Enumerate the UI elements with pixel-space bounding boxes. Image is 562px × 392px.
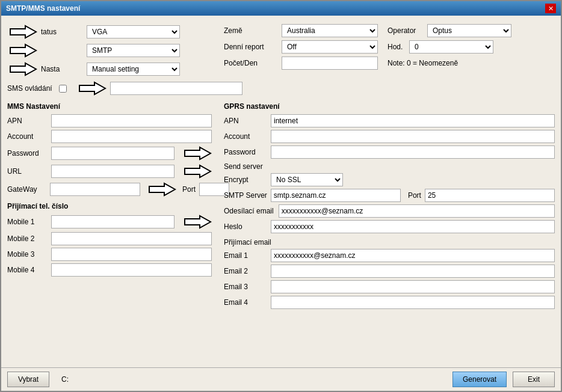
gprs-apn-row: APN: [224, 114, 555, 127]
mobile3-input[interactable]: [51, 248, 212, 261]
status-select[interactable]: VGA SVGA XGA: [87, 25, 180, 38]
sms-row: SMS ovládání: [7, 81, 555, 96]
gprs-apn-input[interactable]: [271, 114, 555, 127]
mobile1-input[interactable]: [51, 215, 174, 228]
odesilaci-email-input[interactable]: [279, 204, 555, 218]
operator-select[interactable]: Optus: [427, 24, 511, 37]
zeme-select[interactable]: Australia Czech Republic: [282, 24, 378, 37]
phone-fields: Mobile 1 Mobile 2: [7, 214, 212, 277]
mms-fields: APN Account Password: [7, 114, 212, 197]
heslo-input[interactable]: [271, 220, 555, 233]
title-bar: SMTP/MMS nastavení ✕: [1, 1, 561, 16]
svg-marker-0: [10, 26, 36, 38]
mms-gateway-input[interactable]: [50, 183, 140, 196]
sms-label: SMS ovládání: [7, 84, 55, 93]
phone-section-title: Přijímací tel. číslo: [7, 202, 212, 210]
mms-url-arrow: [182, 164, 212, 179]
gprs-password-row: Password: [224, 145, 555, 159]
gprs-fields: APN Account Password: [224, 114, 555, 159]
nastaveni-select[interactable]: Manual setting Auto setting: [87, 63, 180, 76]
mobile2-row: Mobile 2: [7, 232, 212, 245]
mms-gateway-label: GateWay: [7, 185, 46, 194]
mobile2-input[interactable]: [51, 232, 212, 245]
nastaveni-row: Nasta Manual setting Auto setting: [7, 61, 224, 77]
mms-password-input[interactable]: [51, 147, 174, 160]
mms-password-label: Password: [7, 149, 46, 158]
email3-label: Email 3: [224, 283, 266, 291]
mms-section-title: MMS Nastavení: [7, 102, 212, 111]
send-server-fields: Encrypt No SSL SSL TLS SMTP Server Port: [224, 173, 555, 233]
top-area: tatus VGA SVGA XGA: [7, 22, 555, 77]
note-text: Note: 0 = Neomezeně: [388, 59, 458, 67]
mobile4-input[interactable]: [51, 263, 212, 277]
mobile1-label: Mobile 1: [7, 218, 46, 226]
gprs-password-input[interactable]: [271, 145, 555, 159]
status-row: tatus VGA SVGA XGA: [7, 24, 224, 40]
smtp-server-input[interactable]: [271, 189, 401, 202]
sms-input[interactable]: [110, 82, 242, 95]
mms-url-label: URL: [7, 167, 46, 176]
zeme-label: Země: [224, 26, 278, 35]
hod-select[interactable]: 0: [409, 40, 493, 54]
mms-password-row: Password: [7, 145, 212, 161]
nastaveni-arrow: [7, 61, 37, 77]
sms-arrow: [76, 81, 107, 96]
type-select[interactable]: SMTP POP3 IMAP: [87, 44, 180, 57]
denni-report-select[interactable]: Off On: [282, 40, 378, 54]
heslo-label: Heslo: [224, 222, 266, 231]
close-button[interactable]: ✕: [545, 4, 556, 13]
main-section: MMS Nastavení APN Account Password: [7, 100, 555, 361]
encrypt-select[interactable]: No SSL SSL TLS: [271, 173, 343, 186]
mms-url-input[interactable]: [51, 165, 174, 178]
exit-button[interactable]: Exit: [513, 372, 555, 387]
status-arrow: [7, 24, 37, 40]
generovat-button[interactable]: Generovat: [452, 372, 507, 387]
nastaveni-label: Nasta: [41, 65, 83, 73]
svg-marker-6: [149, 183, 175, 195]
encrypt-row: Encrypt No SSL SSL TLS: [224, 173, 555, 186]
gprs-password-label: Password: [224, 148, 266, 156]
mms-gateway-arrow: [146, 182, 176, 197]
svg-marker-3: [79, 82, 105, 94]
pocet-row: Počet/Den Note: 0 = Neomezeně: [224, 57, 555, 70]
hod-label: Hod.: [388, 43, 406, 51]
left-top-controls: tatus VGA SVGA XGA: [7, 22, 224, 77]
odesilaci-email-label: Odesílací email: [224, 207, 274, 215]
sms-checkbox[interactable]: [59, 85, 67, 93]
main-window: SMTP/MMS nastavení ✕ tatus VGA SVGA: [0, 0, 562, 392]
svg-marker-2: [10, 63, 36, 75]
email1-input[interactable]: [271, 249, 555, 262]
mms-password-arrow: [182, 145, 212, 161]
email3-row: Email 3: [224, 280, 555, 293]
bottom-bar: Vybrat C: Generovat Exit: [1, 367, 561, 391]
gprs-section-title: GPRS nastavení: [224, 102, 555, 111]
mms-url-row: URL: [7, 164, 212, 179]
content-area: tatus VGA SVGA XGA: [1, 16, 561, 367]
gprs-apn-label: APN: [224, 117, 266, 125]
mms-account-input[interactable]: [51, 130, 212, 143]
email1-label: Email 1: [224, 251, 266, 260]
odesilaci-email-row: Odesílací email: [224, 204, 555, 218]
mobile3-row: Mobile 3: [7, 248, 212, 261]
encrypt-label: Encrypt: [224, 176, 266, 184]
gprs-account-input[interactable]: [271, 130, 555, 143]
denni-row: Denní report Off On Hod. 0: [224, 40, 555, 54]
mms-apn-input[interactable]: [51, 114, 212, 127]
mobile2-label: Mobile 2: [7, 234, 46, 243]
email4-label: Email 4: [224, 298, 266, 307]
mms-port-label: Port: [182, 185, 196, 194]
c-label: C:: [61, 375, 69, 384]
port-input[interactable]: [425, 189, 555, 202]
vybrat-button[interactable]: Vybrat: [7, 372, 49, 387]
pocet-den-label: Počet/Den: [224, 59, 278, 67]
email2-label: Email 2: [224, 267, 266, 275]
email3-input[interactable]: [271, 280, 555, 293]
mobile3-label: Mobile 3: [7, 250, 46, 259]
email2-input[interactable]: [271, 265, 555, 278]
denni-report-label: Denní report: [224, 43, 278, 51]
svg-marker-1: [10, 44, 36, 57]
prijimaci-email-title: Přijímací email: [224, 238, 555, 247]
email4-input[interactable]: [271, 296, 555, 309]
pocet-den-input[interactable]: [282, 57, 378, 70]
email1-row: Email 1: [224, 249, 555, 262]
